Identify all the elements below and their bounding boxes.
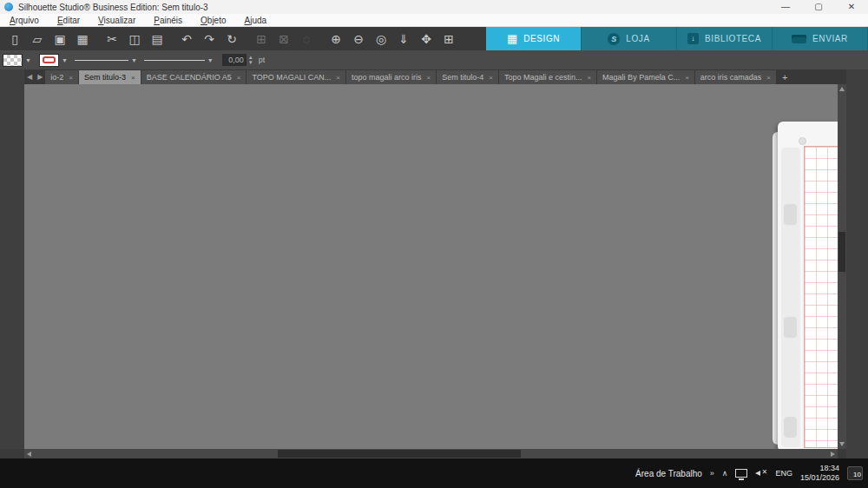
horizontal-scroll-thumb[interactable] — [278, 450, 521, 458]
cut-icon[interactable]: ✂ — [101, 30, 123, 49]
fill-dropdown-arrow-icon[interactable]: ▼ — [25, 57, 31, 63]
copy-icon[interactable]: ◫ — [123, 30, 146, 49]
fill-swatch[interactable] — [3, 54, 23, 67]
loja-icon: S — [608, 33, 620, 45]
zoom-selection-icon[interactable]: ◎ — [370, 30, 392, 49]
refresh-icon[interactable]: ↻ — [220, 30, 243, 49]
zoom-out-icon[interactable]: ⊖ — [347, 30, 370, 49]
line-weight-dropdown-arrow-icon[interactable]: ▼ — [207, 57, 214, 63]
mat-grid — [804, 146, 838, 448]
deselect-icon[interactable]: ⊠ — [273, 30, 295, 49]
tab-close-icon[interactable]: × — [489, 74, 493, 82]
vertical-scroll-thumb[interactable] — [838, 232, 845, 272]
tab-loja[interactable]: SLOJA — [582, 27, 677, 50]
enviar-icon — [792, 35, 806, 43]
tab-close-icon[interactable]: × — [237, 74, 241, 82]
menu-objeto[interactable]: Objeto — [201, 16, 226, 25]
new-tab-button[interactable]: + — [777, 70, 792, 84]
tab-design[interactable]: ▦DESIGN — [486, 27, 582, 50]
line-style-dropdown-arrow-icon[interactable]: ▼ — [131, 57, 137, 63]
doc-tab[interactable]: topo magali arco iris× — [346, 70, 436, 84]
tab-biblioteca[interactable]: ↓BIBLIOTECA — [677, 27, 773, 50]
line-color-dropdown-arrow-icon[interactable]: ▼ — [62, 57, 68, 63]
line-style-dropdown[interactable] — [75, 54, 128, 67]
scroll-left-icon[interactable] — [27, 452, 31, 457]
left-tool-rail — [0, 69, 24, 449]
app-window: Silhouette Studio® Business Edition: Sem… — [0, 0, 868, 488]
pan-icon[interactable]: ✥ — [415, 30, 437, 49]
right-panel-rail — [846, 69, 868, 458]
open-icon[interactable]: ▱ — [26, 30, 49, 49]
doc-tab[interactable]: Sem titulo-4× — [437, 70, 498, 84]
tab-close-icon[interactable]: × — [587, 74, 591, 82]
lasso-select-icon[interactable]: ◌ — [295, 30, 318, 49]
doc-tab[interactable]: BASE CALENDÁRIO A5× — [141, 70, 247, 84]
group-icon[interactable]: ⊞ — [250, 30, 273, 49]
menu-paineis[interactable]: Painéis — [154, 16, 182, 25]
stroke-width-unit: pt — [259, 56, 266, 64]
doc-tab[interactable]: Magali By Pamela C...× — [597, 70, 694, 84]
tab-label: BIBLIOTECA — [705, 34, 761, 43]
zoom-in-icon[interactable]: ⊕ — [325, 30, 347, 49]
menu-visualizar[interactable]: Visualizar — [98, 16, 135, 25]
menu-arquivo[interactable]: Arquivo — [10, 16, 39, 25]
keyboard-language[interactable]: ENG — [775, 469, 792, 478]
scroll-up-icon[interactable] — [839, 87, 845, 91]
scroll-down-icon[interactable] — [839, 442, 845, 446]
line-weight-dropdown[interactable] — [144, 54, 205, 67]
save-icon[interactable]: ▣ — [49, 30, 71, 49]
print-icon[interactable]: ▦ — [71, 30, 94, 49]
minimize-button[interactable]: — — [769, 0, 802, 14]
redo-icon[interactable]: ↷ — [198, 30, 220, 49]
menu-ajuda[interactable]: Ajuda — [245, 16, 267, 25]
title-bar: Silhouette Studio® Business Edition: Sem… — [0, 0, 868, 14]
stroke-width-input[interactable]: 0,00 — [222, 54, 247, 66]
undo-icon[interactable]: ↶ — [175, 30, 198, 49]
doc-tab[interactable]: Sem titulo-3× — [79, 70, 141, 84]
notification-center-badge[interactable]: 10 — [847, 466, 863, 480]
biblioteca-icon: ↓ — [687, 33, 699, 44]
doc-tab[interactable]: arco iris camadas× — [695, 70, 776, 84]
close-button[interactable]: ✕ — [835, 0, 868, 14]
tab-close-icon[interactable]: × — [69, 74, 73, 82]
doc-tab[interactable]: TOPO MAGALI CAN...× — [247, 70, 345, 84]
doc-tab[interactable]: Topo Magali e cestin...× — [499, 70, 596, 84]
taskbar: Área de Trabalho » ∧ ENG 18:34 15/01/202… — [0, 458, 868, 488]
network-icon[interactable] — [735, 469, 747, 478]
line-color-swatch[interactable] — [39, 54, 59, 67]
desktop-toolbar-label[interactable]: Área de Trabalho — [635, 469, 702, 478]
restore-button[interactable]: ▢ — [802, 0, 835, 14]
doc-tab[interactable]: io-2× — [45, 70, 78, 84]
horizontal-scrollbar[interactable] — [24, 449, 838, 458]
new-document-icon[interactable]: ▯ — [3, 30, 26, 49]
vertical-scrollbar[interactable] — [838, 84, 846, 449]
mode-tab-bar: ▦DESIGNSLOJA↓BIBLIOTECAENVIAR — [486, 27, 868, 50]
tab-enviar[interactable]: ENVIAR — [773, 27, 868, 50]
scroll-right-icon[interactable] — [831, 452, 835, 457]
paste-icon[interactable]: ▤ — [146, 30, 168, 49]
fit-to-page-icon[interactable]: ⊞ — [437, 30, 460, 49]
doc-tab-label: TOPO MAGALI CAN... — [252, 73, 331, 82]
tab-close-icon[interactable]: × — [336, 74, 340, 82]
menu-editar[interactable]: Editar — [57, 16, 80, 25]
doc-tab-label: topo magali arco iris — [352, 73, 422, 82]
tab-close-icon[interactable]: × — [131, 74, 135, 82]
silhouette-app-icon — [4, 3, 13, 11]
hidden-icons-chevron-icon[interactable]: ∧ — [722, 469, 728, 478]
tab-label: LOJA — [626, 34, 649, 43]
system-tray: Área de Trabalho » ∧ ENG 18:34 15/01/202… — [635, 458, 868, 488]
stroke-width-stepper[interactable]: ▲▼ — [248, 55, 253, 65]
tab-nav-prev-icon[interactable]: ◀ — [24, 70, 35, 84]
tab-close-icon[interactable]: × — [427, 74, 431, 82]
tab-close-icon[interactable]: × — [766, 74, 771, 82]
mat-marker — [784, 204, 797, 225]
toolbar-chevron-icon[interactable]: » — [710, 469, 714, 478]
window-controls: —▢✕ — [769, 0, 868, 14]
clock[interactable]: 18:34 15/01/2026 — [800, 464, 839, 483]
drag-zoom-icon[interactable]: ⇓ — [392, 30, 415, 49]
volume-muted-icon[interactable] — [755, 468, 767, 478]
design-canvas[interactable] — [24, 84, 838, 449]
tab-nav-next-icon[interactable]: ▶ — [35, 70, 45, 84]
tab-label: ENVIAR — [812, 34, 848, 43]
tab-close-icon[interactable]: × — [685, 74, 689, 82]
